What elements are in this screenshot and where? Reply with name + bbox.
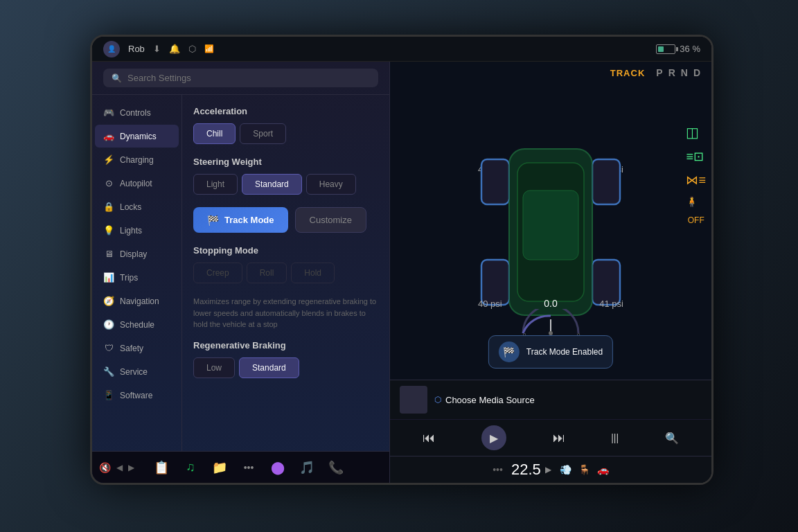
rl-pressure-value: 40 psi <box>478 299 502 309</box>
status-left: 👤 Rob ⬇ 🔔 ⬡ 📶 <box>103 41 214 57</box>
sidebar-label-software: Software <box>120 391 152 400</box>
temp-down-icon[interactable]: ••• <box>493 464 503 475</box>
search-input[interactable] <box>127 73 370 83</box>
sidebar-item-trips[interactable]: 📊 Trips <box>95 266 179 289</box>
sidebar-label-service: Service <box>120 367 148 377</box>
acceleration-chill-btn[interactable]: Chill <box>193 123 236 144</box>
gear-d: D <box>693 67 700 78</box>
mute-icon[interactable]: 🔇 <box>99 462 111 473</box>
play-btn[interactable]: ▶ <box>481 425 506 450</box>
sidebar-label-navigation: Navigation <box>120 296 159 306</box>
stopping-mode-section: Stopping Mode Creep Roll Hold Maximizes … <box>193 245 378 330</box>
steering-weight-title: Steering Weight <box>193 157 378 167</box>
profile-avatar[interactable]: 👤 <box>103 41 120 57</box>
track-mode-label: Track Mode <box>224 215 274 225</box>
passenger-icon: 🧍 <box>686 196 706 207</box>
next-track-btn[interactable]: ⏭ <box>553 431 565 445</box>
sidebar-item-safety[interactable]: 🛡 Safety <box>95 337 179 360</box>
track-mode-indicator: TRACK <box>610 68 646 78</box>
customize-button[interactable]: Customize <box>295 207 366 233</box>
sidebar-item-charging[interactable]: ⚡ Charging <box>95 148 179 171</box>
notification-car-icon: 🏁 <box>499 342 520 362</box>
volume-control[interactable]: 🔇 ◀ ▶ <box>99 462 134 473</box>
bell-icon[interactable]: 🔔 <box>169 44 180 54</box>
speed-gauge-svg: 0 0 <box>516 309 585 337</box>
sidebar-label-safety: Safety <box>120 344 143 353</box>
track-customize-row: 🏁 Track Mode Customize <box>193 207 378 233</box>
svg-rect-1 <box>592 159 620 204</box>
sidebar-item-dynamics[interactable]: 🚗 Dynamics <box>95 125 179 148</box>
sidebar-label-schedule: Schedule <box>120 320 154 330</box>
sidebar-item-schedule[interactable]: 🕐 Schedule <box>95 313 179 336</box>
stopping-mode-title: Stopping Mode <box>193 245 378 256</box>
gear-p: P <box>656 67 662 78</box>
steering-light-btn[interactable]: Light <box>193 174 238 195</box>
sidebar-item-software[interactable]: 📱 Software <box>95 384 179 407</box>
acceleration-options: Chill Sport <box>193 123 378 144</box>
taskbar-music[interactable]: 🎵 <box>294 454 320 481</box>
steering-standard-btn[interactable]: Standard <box>242 174 302 195</box>
stopping-mode-info: Maximizes range by extending regenerativ… <box>193 296 378 330</box>
search-media-btn[interactable]: 🔍 <box>665 432 679 445</box>
steering-heavy-btn[interactable]: Heavy <box>306 174 356 195</box>
sidebar-item-service[interactable]: 🔧 Service <box>95 360 179 383</box>
sidebar-item-autopilot[interactable]: ⊙ Autopilot <box>95 172 179 195</box>
taskbar-app-1[interactable]: 📋 <box>148 454 175 481</box>
regen-braking-title: Regenerative Braking <box>193 340 378 351</box>
regen-braking-section: Regenerative Braking Low Standard <box>193 340 378 378</box>
media-source-bar: ⬡ Choose Media Source <box>390 380 711 420</box>
regen-low-btn[interactable]: Low <box>193 357 235 378</box>
controls-icon: 🎮 <box>103 107 114 118</box>
sidebar-label-autopilot: Autopilot <box>120 179 152 188</box>
sidebar-item-display[interactable]: 🖥 Display <box>95 242 179 265</box>
taskbar-app-orb[interactable]: ⬤ <box>265 454 291 481</box>
taskbar-more[interactable]: ••• <box>236 454 262 481</box>
battery-icon <box>656 44 675 54</box>
trips-icon: 📊 <box>103 272 114 283</box>
autopilot-icon: ⊙ <box>103 178 114 188</box>
status-right: 36 % <box>656 44 700 54</box>
nav-next-icon[interactable]: ▶ <box>128 463 134 472</box>
settings-content: 🎮 Controls 🚗 Dynamics ⚡ Charging ⊙ <box>92 95 389 451</box>
car-icon-bottom: 🚗 <box>597 464 609 475</box>
acceleration-sport-btn[interactable]: Sport <box>240 123 286 144</box>
temp-arrow-right[interactable]: ▶ <box>545 465 551 475</box>
prev-track-btn[interactable]: ⏮ <box>423 431 435 445</box>
gear-r: R <box>668 67 675 78</box>
sidebar-item-navigation[interactable]: 🧭 Navigation <box>95 290 179 312</box>
customize-label: Customize <box>310 215 352 225</box>
sidebar-item-controls[interactable]: 🎮 Controls <box>95 101 179 124</box>
temperature-display: 22.5 ▶ <box>511 461 551 479</box>
climate-icons: 💨 🪑 🚗 <box>560 464 609 475</box>
navigation-icon: 🧭 <box>103 296 114 306</box>
track-mode-button[interactable]: 🏁 Track Mode <box>193 207 288 233</box>
software-icon: 📱 <box>103 390 114 400</box>
fan-icon[interactable]: 💨 <box>560 464 571 475</box>
taskbar-phone[interactable]: 📞 <box>323 454 349 481</box>
speed-display: 0.0 0 0 <box>516 298 585 339</box>
download-icon: ⬇ <box>153 44 161 54</box>
search-wrapper[interactable]: 🔍 <box>103 69 378 87</box>
sidebar-label-locks: Locks <box>120 202 141 212</box>
locks-icon: 🔒 <box>103 202 114 212</box>
equalizer-btn[interactable]: ||| <box>611 432 619 443</box>
nav-prev-icon[interactable]: ◀ <box>116 463 123 472</box>
media-controls: ⏮ ▶ ⏭ ||| 🔍 <box>390 420 711 456</box>
battery-display: 36 % <box>656 44 700 54</box>
track-mode-notification: 🏁 Track Mode Enabled <box>488 335 613 369</box>
notification-text: Track Mode Enabled <box>526 347 603 357</box>
taskbar-files[interactable]: 📁 <box>206 454 233 481</box>
signal-icon: 📶 <box>204 44 214 53</box>
media-title: ⬡ Choose Media Source <box>434 395 535 405</box>
media-player: ⬡ Choose Media Source ⏮ ▶ ⏭ ||| 🔍 ••• <box>390 380 711 483</box>
regen-standard-btn[interactable]: Standard <box>239 357 299 378</box>
main-content: 🔍 🎮 Controls 🚗 Dynamics <box>92 62 711 483</box>
stopping-roll-btn: Roll <box>247 263 287 283</box>
sidebar-label-charging: Charging <box>120 155 154 165</box>
taskbar-spotify[interactable]: ♫ <box>177 454 204 481</box>
sidebar-item-lights[interactable]: 💡 Lights <box>95 219 179 242</box>
seat-heat-icon[interactable]: 🪑 <box>578 464 590 475</box>
sidebar-item-locks[interactable]: 🔒 Locks <box>95 195 179 218</box>
vehicle-visualization: 40 psi 40 psi <box>390 84 711 380</box>
sidebar-label-dynamics: Dynamics <box>120 132 157 141</box>
